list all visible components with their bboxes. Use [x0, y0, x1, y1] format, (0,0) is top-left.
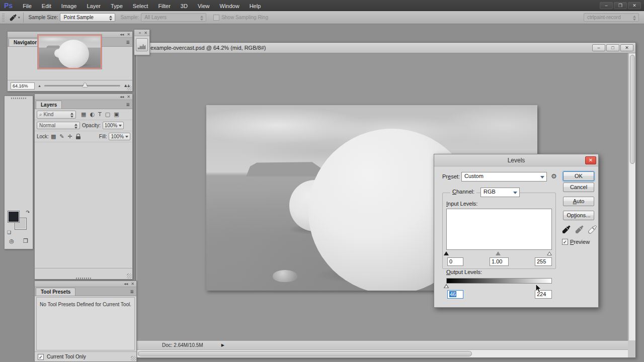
filter-shape-layers-icon[interactable]: ▢ [105, 112, 110, 117]
select-arrows-icon [70, 113, 73, 118]
lock-position-icon[interactable]: ✛ [68, 134, 72, 139]
filter-type-layers-icon[interactable]: T [98, 112, 102, 117]
panel-menu-icon[interactable]: ≣ [126, 102, 132, 109]
filter-kind-select[interactable]: ⌕ Kind [37, 111, 76, 119]
menu-window[interactable]: Window [215, 2, 245, 11]
horizontal-scrollbar[interactable] [137, 349, 628, 357]
histogram-panel-button[interactable] [136, 38, 148, 51]
auto-button[interactable]: Auto [563, 197, 594, 206]
cancel-button[interactable]: Cancel [563, 183, 594, 192]
horizontal-scrollbar-thumb[interactable] [138, 351, 472, 356]
doc-minimize-button[interactable]: – [592, 44, 605, 51]
options-button[interactable]: Options... [563, 211, 594, 220]
tab-navigator[interactable]: Navigator [9, 38, 42, 46]
filter-pixel-layers-icon[interactable]: ▦ [81, 112, 86, 117]
levels-dialog-title-bar[interactable]: Levels [434, 154, 598, 166]
menu-image[interactable]: Image [56, 2, 82, 11]
input-gamma-field[interactable]: 1.00 [490, 257, 509, 266]
swap-colors-icon[interactable]: ↷ [26, 210, 30, 215]
lock-pixels-icon[interactable]: ✎ [59, 134, 64, 139]
tab-layers[interactable]: Layers [36, 101, 62, 109]
input-black-slider[interactable] [444, 251, 449, 255]
tab-tool-presets[interactable]: Tool Presets [36, 288, 75, 296]
menu-select[interactable]: Select [128, 2, 153, 11]
menu-type[interactable]: Type [106, 2, 128, 11]
app-minimize-button[interactable]: – [600, 2, 613, 9]
panel-collapse-icon[interactable]: ◂◂ [120, 95, 124, 99]
blend-mode-select[interactable]: Normal [37, 122, 80, 129]
input-black-field[interactable]: 0 [447, 257, 463, 266]
vertical-scrollbar[interactable] [628, 53, 635, 340]
navigator-proxy-view[interactable] [38, 35, 102, 69]
app-close-button[interactable]: ✕ [628, 2, 641, 9]
menu-filter[interactable]: Filter [153, 2, 175, 11]
navigator-zoom-slider[interactable] [44, 85, 120, 86]
ok-button[interactable]: OK [563, 171, 594, 181]
panel-resize-grip[interactable] [127, 274, 132, 279]
lock-transparency-icon[interactable]: ▩ [51, 134, 56, 139]
screen-mode-button[interactable]: ❒ [23, 238, 28, 244]
panel-close-icon[interactable]: ✕ [127, 32, 130, 37]
document-title-bar[interactable]: example-overcast.psd @ 64.2% (mid, RGB/8… [136, 43, 635, 53]
output-white-slider[interactable] [444, 284, 449, 288]
menu-edit[interactable]: Edit [37, 2, 56, 11]
options-bar-grip[interactable] [2, 14, 5, 22]
sample-size-select[interactable]: Point Sample [60, 13, 115, 22]
doc-maximize-button[interactable]: □ [606, 44, 619, 51]
panel-expand-icon[interactable]: » [139, 31, 141, 35]
preset-options-gear-icon[interactable]: ⚙ [551, 172, 557, 180]
panel-close-icon[interactable]: ✕ [127, 95, 130, 99]
output-black-field[interactable]: 46 [447, 290, 463, 299]
foreground-color-swatch[interactable] [8, 211, 20, 223]
set-black-point-icon[interactable] [562, 225, 571, 234]
panel-resize-grip[interactable] [127, 85, 132, 90]
opacity-value[interactable]: 100% [103, 122, 124, 129]
panel-grip[interactable] [76, 278, 91, 279]
fill-value[interactable]: 100% [109, 133, 130, 140]
preset-select[interactable]: Custom [461, 172, 547, 182]
layers-panel: ◂◂ ✕ Layers ≣ ⌕ Kind ▦◐T▢▣ Normal Opacit… [34, 94, 133, 280]
menu-layer[interactable]: Layer [82, 2, 106, 11]
set-gray-point-icon[interactable] [575, 225, 584, 234]
input-gamma-slider[interactable] [496, 251, 501, 255]
tool-presets-tab-strip: Tool Presets ≣ [35, 287, 136, 296]
levels-histogram[interactable] [446, 209, 552, 250]
dialog-close-button[interactable]: ✕ [585, 156, 596, 164]
app-restore-button[interactable]: ❐ [614, 2, 627, 9]
lock-all-icon[interactable] [76, 134, 80, 139]
current-tool-only-checkbox[interactable]: ✓ [38, 354, 44, 360]
panel-menu-icon[interactable]: ≣ [126, 40, 132, 46]
channel-select[interactable]: RGB [480, 188, 520, 197]
output-levels-gradient[interactable] [446, 278, 552, 284]
zoom-out-icon[interactable]: ▲ [38, 84, 41, 87]
panel-collapse-icon[interactable]: ◂◂ [120, 32, 124, 37]
workspace-select[interactable]: ctrlpaint-record [584, 13, 639, 22]
menu-file[interactable]: File [18, 2, 37, 11]
menu-help[interactable]: Help [245, 2, 266, 11]
vertical-scrollbar-thumb[interactable] [630, 55, 635, 164]
panel-menu-icon[interactable]: ≣ [130, 289, 136, 296]
tool-dropdown-arrow: ▾ [18, 16, 20, 20]
menu-view[interactable]: View [193, 2, 215, 11]
preview-checkbox[interactable]: ✓ [562, 239, 568, 245]
tool-presets-panel: ◂◂ ✕ Tool Presets ≣ No Tool Presets Defi… [34, 281, 137, 362]
panel-close-icon[interactable]: ✕ [144, 31, 147, 35]
input-white-slider[interactable] [547, 251, 552, 255]
zoom-slider-thumb[interactable] [83, 82, 88, 87]
tools-panel-grip[interactable] [11, 98, 26, 99]
histogram-panel-collapsed: » ✕ [134, 29, 150, 55]
input-white-field[interactable]: 255 [535, 257, 552, 266]
panel-collapse-icon[interactable]: ◂◂ [124, 282, 128, 286]
set-white-point-icon[interactable] [588, 225, 597, 234]
current-tool-button[interactable]: ▾ [7, 13, 24, 23]
panel-resize-grip[interactable] [131, 356, 136, 361]
menu-3d[interactable]: 3D [176, 2, 193, 11]
navigator-zoom-field[interactable]: 64.16% [11, 82, 35, 89]
panel-close-icon[interactable]: ✕ [131, 282, 134, 286]
filter-smart-objects-icon[interactable]: ▣ [114, 112, 119, 117]
quick-mask-button[interactable]: ◎ [9, 238, 14, 244]
doc-close-button[interactable]: ✕ [620, 44, 633, 51]
status-bar-menu-arrow[interactable]: ▶ [221, 343, 224, 347]
default-colors-icon[interactable]: ❏ [7, 230, 11, 235]
filter-adjustment-layers-icon[interactable]: ◐ [90, 112, 95, 117]
